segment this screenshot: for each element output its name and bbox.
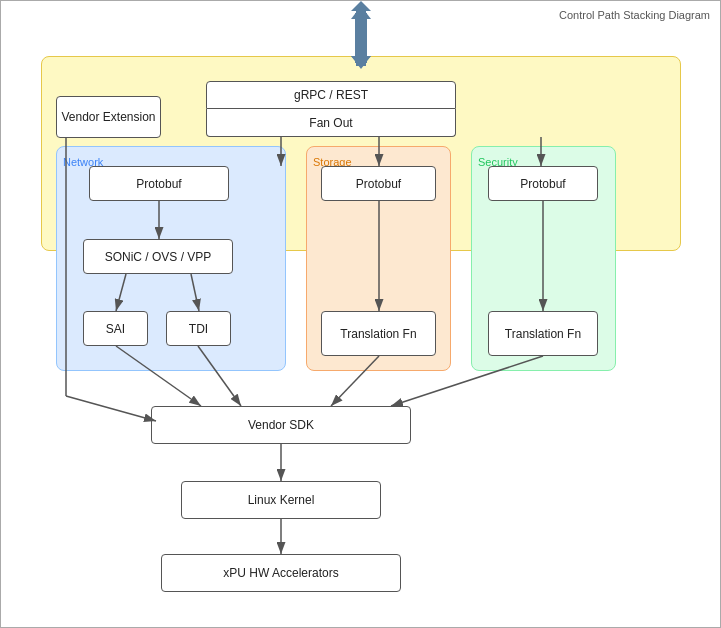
translation-fn-storage-box: Translation Fn [321,311,436,356]
protobuf-network-box: Protobuf [89,166,229,201]
vendor-extension-box: Vendor Extension [56,96,161,138]
sonic-ovs-vpp-box: SONiC / OVS / VPP [83,239,233,274]
svg-marker-3 [351,1,371,11]
svg-marker-22 [351,6,371,19]
protobuf-security-box: Protobuf [488,166,598,201]
protobuf-storage-box: Protobuf [321,166,436,201]
sai-box: SAI [83,311,148,346]
vendor-sdk-box: Vendor SDK [151,406,411,444]
svg-line-18 [66,396,156,421]
xpu-hw-box: xPU HW Accelerators [161,554,401,592]
linux-kernel-box: Linux Kernel [181,481,381,519]
grpc-rest-box: gRPC / REST [206,81,456,109]
translation-fn-security-box: Translation Fn [488,311,598,356]
diagram-container: Control Path Stacking Diagram Network St… [0,0,721,628]
tdi-box: TDI [166,311,231,346]
fan-out-box: Fan Out [206,109,456,137]
diagram-title: Control Path Stacking Diagram [559,9,710,21]
